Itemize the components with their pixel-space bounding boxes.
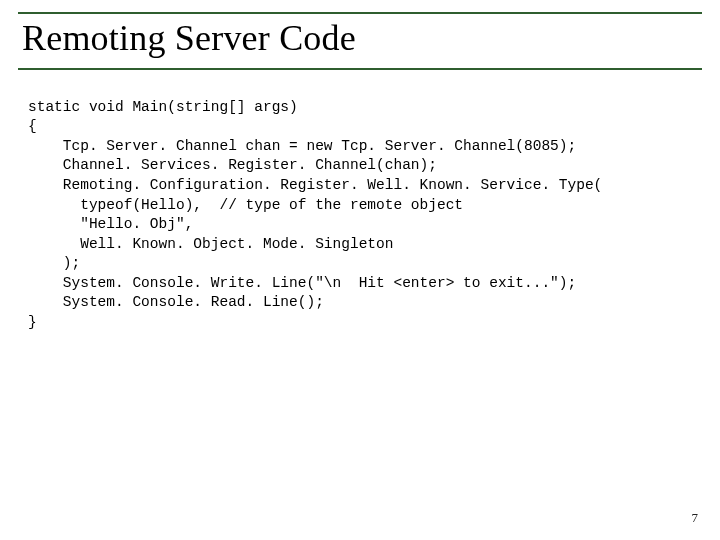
title-container: Remoting Server Code [18,12,702,70]
code-block: static void Main(string[] args) { Tcp. S… [28,98,702,333]
slide-title: Remoting Server Code [22,20,702,58]
page-number: 7 [692,510,699,526]
slide: Remoting Server Code static void Main(st… [0,0,720,540]
